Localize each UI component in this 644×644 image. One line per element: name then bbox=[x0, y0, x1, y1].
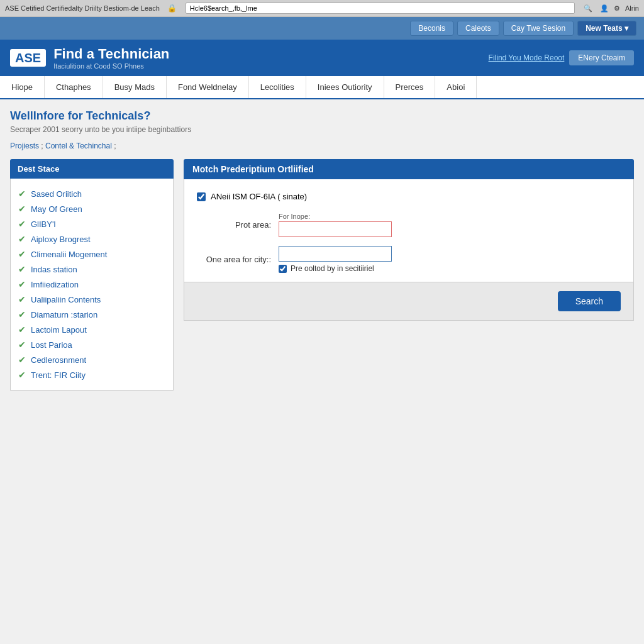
city-area-input[interactable] bbox=[279, 246, 392, 262]
browser-title: ASE Cetified Certifiedalty Driilty Besti… bbox=[5, 4, 160, 12]
port-area-field-group: For Inope: bbox=[279, 213, 392, 237]
list-item: ✔ May Of Green bbox=[18, 201, 165, 216]
list-item: ✔ Sased Oriitich bbox=[18, 186, 165, 201]
browser-bar-right: 👤 ⚙ Alrin bbox=[600, 4, 639, 13]
check-icon-8: ✔ bbox=[18, 309, 26, 319]
site-heading: Find a Technician bbox=[53, 46, 169, 62]
site-subtitle: Itaciulition at Cood SO Phnes bbox=[53, 62, 169, 70]
list-item: ✔ Trent: FIR Ciity bbox=[18, 367, 165, 382]
list-item: ✔ Imfiiedization bbox=[18, 277, 165, 292]
browser-bar: ASE Cetified Certifiedalty Driilty Besti… bbox=[0, 0, 644, 17]
port-area-input[interactable] bbox=[279, 221, 392, 237]
nav-iniees-outiority[interactable]: Iniees Outiority bbox=[306, 76, 384, 98]
check-icon-2: ✔ bbox=[18, 219, 26, 229]
new-tests-button[interactable]: New Teats ▾ bbox=[577, 21, 636, 36]
right-panel-header: Motch Prederiptium Ortliified bbox=[184, 159, 634, 179]
breadcrumb: Projiests ; Contel & Techinchal ; bbox=[10, 142, 634, 150]
city-area-label: One area for city:: bbox=[197, 255, 279, 264]
list-item: ✔ Lactoim Lapout bbox=[18, 322, 165, 337]
welcome-subtext: Secraper 2001 seorry unto be you intiipe… bbox=[10, 125, 634, 134]
cay-twe-sesion-button[interactable]: Cay Twe Sesion bbox=[503, 21, 574, 36]
list-link-4[interactable]: Climenalii Mogement bbox=[31, 250, 107, 259]
search-area: Search bbox=[184, 282, 633, 320]
list-link-11[interactable]: Cedlerosnment bbox=[31, 355, 86, 365]
list-item: ✔ Indas station bbox=[18, 262, 165, 277]
small-check-label: Pre ooltod by in secitiiriel bbox=[291, 264, 374, 273]
main-checkbox-label: ANeii ISM OF-6IA ( sinate) bbox=[211, 192, 307, 201]
breadcrumb-item-1[interactable]: Projiests bbox=[10, 142, 39, 150]
breadcrumb-item-2[interactable]: Contel & Techinchal bbox=[45, 142, 112, 150]
port-area-row: Prot area: For Inope: bbox=[197, 213, 621, 237]
check-icon-5: ✔ bbox=[18, 264, 26, 274]
list-link-6[interactable]: Imfiiedization bbox=[31, 280, 79, 289]
small-check-row: Pre ooltod by in secitiiriel bbox=[279, 264, 392, 273]
main-checkbox-row: ANeii ISM OF-6IA ( sinate) bbox=[197, 192, 621, 201]
left-panel-header: Dest Stace bbox=[10, 159, 174, 179]
nav-cthaphes[interactable]: Cthaphes bbox=[45, 76, 103, 98]
check-icon-7: ✔ bbox=[18, 294, 26, 304]
browser-bar-left: ASE Cetified Certifiedalty Driilty Besti… bbox=[5, 4, 160, 12]
main-checkbox[interactable] bbox=[197, 192, 206, 201]
caleots-button[interactable]: Caleots bbox=[457, 21, 499, 36]
nav-abioi[interactable]: Abioi bbox=[435, 76, 477, 98]
breadcrumb-separator2: ; bbox=[114, 142, 116, 150]
check-icon-10: ✔ bbox=[18, 340, 26, 350]
list-item: ✔ Climenalii Mogement bbox=[18, 247, 165, 262]
right-panel-body: ANeii ISM OF-6IA ( sinate) Prot area: Fo… bbox=[184, 179, 634, 321]
nav-hiope[interactable]: Hiope bbox=[0, 76, 45, 98]
list-link-5[interactable]: Indas station bbox=[31, 265, 77, 274]
every-claim-button[interactable]: ENery Cteaim bbox=[569, 50, 634, 65]
nav-fond-weldnelay[interactable]: Fond Weldnelay bbox=[167, 76, 249, 98]
search-button[interactable]: Search bbox=[558, 291, 621, 311]
user-label: Alrin bbox=[625, 4, 639, 12]
check-icon-3: ✔ bbox=[18, 234, 26, 244]
city-area-row: One area for city:: Pre ooltod by in sec… bbox=[197, 246, 621, 273]
list-link-3[interactable]: Aiploxy Brogrest bbox=[31, 235, 91, 244]
check-icon-4: ✔ bbox=[18, 249, 26, 259]
list-link-9[interactable]: Lactoim Lapout bbox=[31, 325, 87, 335]
search-icon: 🔍 bbox=[584, 4, 592, 13]
right-panel: Motch Prederiptium Ortliified ANeii ISM … bbox=[184, 159, 634, 321]
left-panel: Dest Stace ✔ Sased Oriitich ✔ May Of Gre… bbox=[10, 159, 174, 391]
small-checkbox[interactable] bbox=[279, 265, 287, 273]
welcome-heading: WellInfore for Technicals? bbox=[10, 109, 634, 123]
address-bar[interactable] bbox=[186, 3, 575, 14]
list-item: ✔ Cedlerosnment bbox=[18, 352, 165, 367]
beconis-button[interactable]: Beconis bbox=[410, 21, 453, 36]
list-link-2[interactable]: GlIBY'l bbox=[31, 219, 55, 229]
check-icon-12: ✔ bbox=[18, 370, 26, 380]
list-link-7[interactable]: Ualiipaliin Contents bbox=[31, 295, 101, 304]
site-header: ASE Find a Technician Itaciulition at Co… bbox=[0, 40, 644, 76]
top-nav: Beconis Caleots Cay Twe Sesion New Teats… bbox=[0, 17, 644, 40]
list-item: ✔ Ualiipaliin Contents bbox=[18, 292, 165, 307]
list-link-8[interactable]: Diamaturn :starion bbox=[31, 310, 97, 319]
nav-lecolities[interactable]: Lecolities bbox=[249, 76, 306, 98]
settings-icon: ⚙ bbox=[614, 4, 620, 13]
list-link-12[interactable]: Trent: FIR Ciity bbox=[31, 370, 86, 380]
ase-logo: ASE bbox=[10, 49, 46, 67]
port-area-label: Prot area: bbox=[197, 220, 279, 230]
list-link-0[interactable]: Sased Oriitich bbox=[31, 189, 82, 199]
left-panel-body: ✔ Sased Oriitich ✔ May Of Green ✔ GlIBY'… bbox=[10, 179, 174, 391]
port-area-sublabel: For Inope: bbox=[279, 213, 392, 220]
welcome-section: WellInfore for Technicals? Secraper 2001… bbox=[10, 109, 634, 134]
nav-prerces[interactable]: Prerces bbox=[384, 76, 436, 98]
check-icon-1: ✔ bbox=[18, 204, 26, 214]
site-header-right: Filind You Mode Reoot ENery Cteaim bbox=[489, 50, 634, 65]
find-mode-link[interactable]: Filind You Mode Reoot bbox=[489, 53, 565, 62]
user-icon: 👤 bbox=[600, 4, 609, 13]
check-icon-11: ✔ bbox=[18, 355, 26, 365]
list-item: ✔ GlIBY'l bbox=[18, 216, 165, 231]
list-item: ✔ Aiploxy Brogrest bbox=[18, 231, 165, 247]
list-item: ✔ Lost Parioa bbox=[18, 337, 165, 352]
list-link-10[interactable]: Lost Parioa bbox=[31, 340, 72, 350]
list-link-1[interactable]: May Of Green bbox=[31, 204, 82, 214]
check-icon-0: ✔ bbox=[18, 189, 26, 199]
site-header-left: ASE Find a Technician Itaciulition at Co… bbox=[10, 46, 169, 70]
city-area-field-group: Pre ooltod by in secitiiriel bbox=[279, 246, 392, 273]
check-icon-9: ✔ bbox=[18, 325, 26, 335]
nav-busy-mads[interactable]: Busy Mads bbox=[103, 76, 167, 98]
site-title: Find a Technician Itaciulition at Cood S… bbox=[53, 46, 169, 70]
main-layout: Dest Stace ✔ Sased Oriitich ✔ May Of Gre… bbox=[10, 159, 634, 391]
lock-icon: 🔒 bbox=[167, 4, 177, 13]
